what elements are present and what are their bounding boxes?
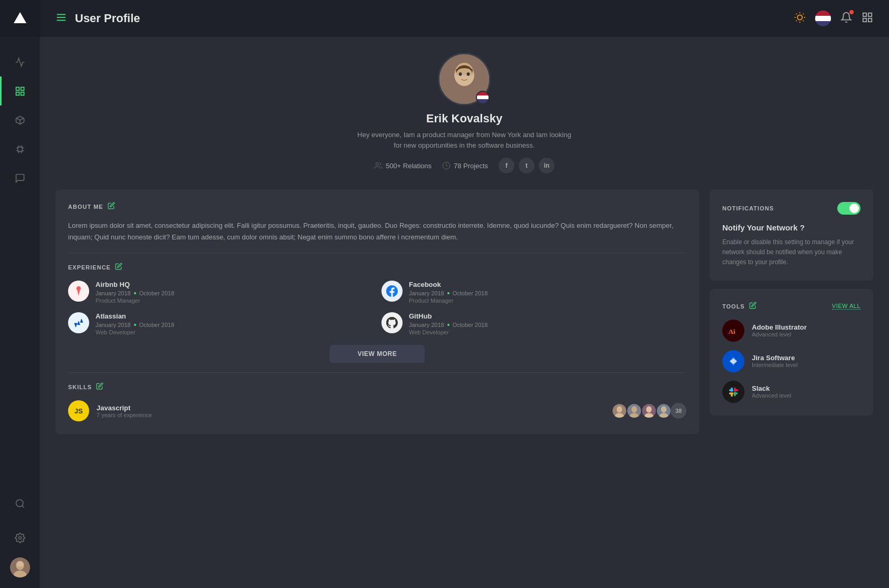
notifications-toggle[interactable] (837, 202, 861, 215)
atlassian-logo (68, 312, 89, 333)
language-flag-icon[interactable] (815, 11, 831, 26)
jira-logo (722, 350, 744, 372)
facebook-dates: January 2018 October 2018 (409, 290, 487, 296)
exp-item-atlassian: Atlassian January 2018 October 2018 Web … (68, 312, 373, 335)
facebook-details: Facebook January 2018 October 2018 Produ… (409, 281, 487, 304)
tools-view-all[interactable]: VIEW ALL (832, 303, 861, 310)
view-more-button[interactable]: VIEW MORE (330, 345, 425, 363)
right-column: NOTIFICATIONS Notify Your Network ? Enab… (710, 189, 873, 416)
profile-avatar-wrap (438, 53, 491, 105)
svg-point-41 (632, 407, 637, 413)
js-logo: JS (68, 400, 89, 421)
endorser-2 (626, 403, 642, 419)
about-me-card: ABOUT ME Lorem ipsum dolor sit amet, con… (55, 189, 699, 434)
slack-logo (722, 381, 744, 403)
facebook-link[interactable]: f (499, 158, 514, 173)
linkedin-link[interactable]: in (539, 158, 555, 173)
cards-layout: ABOUT ME Lorem ipsum dolor sit amet, con… (55, 189, 873, 434)
about-text: Lorem ipsum dolor sit amet, consectetur … (68, 220, 686, 243)
profile-header: Erik Kovalsky Hey everyone, Iam a produc… (55, 53, 873, 173)
tools-title: TOOLS (722, 303, 745, 310)
app-logo[interactable] (0, 0, 40, 37)
atlassian-details: Atlassian January 2018 October 2018 Web … (95, 312, 174, 335)
slack-level: Advanced level (752, 392, 791, 399)
tool-item-jira: Jira Software Intermediate level (722, 350, 861, 372)
skills-edit-icon[interactable] (96, 382, 103, 392)
sidebar (0, 0, 40, 588)
content-area: Erik Kovalsky Hey everyone, Iam a produc… (40, 37, 889, 588)
svg-point-34 (467, 72, 470, 76)
endorser-4 (656, 403, 672, 419)
atlassian-dates: January 2018 October 2018 (95, 322, 174, 328)
sidebar-item-cube[interactable] (0, 105, 40, 134)
svg-marker-0 (14, 12, 26, 23)
airbnb-details: Airbnb HQ January 2018 October 2018 Prod… (95, 281, 174, 304)
experience-title: EXPERIENCE (68, 264, 111, 271)
github-role: Web Developer (409, 329, 487, 335)
svg-line-20 (796, 14, 797, 14)
notif-card-header: NOTIFICATIONS (722, 202, 861, 215)
page-title: User Profile (75, 12, 794, 25)
svg-point-33 (459, 72, 462, 76)
tools-edit-icon[interactable] (749, 302, 757, 311)
tool-item-slack: Slack Advanced level (722, 381, 861, 403)
svg-text:Ai: Ai (729, 327, 735, 335)
svg-rect-60 (734, 389, 738, 391)
svg-point-7 (16, 499, 23, 506)
svg-point-44 (646, 407, 652, 413)
sidebar-item-chat[interactable] (0, 163, 40, 192)
svg-point-17 (797, 15, 802, 20)
exp-item-airbnb: Airbnb HQ January 2018 October 2018 Prod… (68, 281, 373, 304)
tools-card: TOOLS VIEW ALL (710, 289, 873, 416)
svg-line-24 (796, 21, 797, 21)
profile-stats: 500+ Relations 78 Projects f t in (55, 158, 873, 173)
airbnb-dates: January 2018 October 2018 (95, 290, 174, 296)
about-title: ABOUT ME (68, 204, 103, 210)
experience-edit-icon[interactable] (115, 263, 122, 272)
relations-count: 500+ Relations (386, 162, 432, 170)
svg-line-25 (803, 14, 804, 14)
facebook-name: Facebook (409, 281, 487, 288)
divider-1 (68, 253, 686, 253)
sidebar-nav (0, 37, 40, 489)
github-logo (381, 312, 403, 333)
notification-bell-icon[interactable] (840, 12, 852, 25)
skill-item-js: JS Javascript 7 years of experience (68, 400, 686, 421)
skills-header: SKILLS (68, 382, 686, 392)
notifications-title: NOTIFICATIONS (722, 205, 774, 211)
atlassian-role: Web Developer (95, 329, 174, 335)
main-area: User Profile (40, 0, 889, 588)
sidebar-item-dashboard[interactable] (0, 76, 40, 105)
svg-rect-1 (16, 87, 19, 90)
sidebar-item-activity[interactable] (0, 47, 40, 76)
about-edit-icon[interactable] (108, 202, 115, 211)
skills-title: SKILLS (68, 384, 92, 390)
projects-stat: 78 Projects (442, 161, 488, 170)
sidebar-item-cpu[interactable] (0, 134, 40, 163)
svg-rect-4 (21, 92, 24, 95)
theme-toggle-icon[interactable] (794, 12, 806, 25)
profile-country-flag (476, 91, 490, 104)
sidebar-item-search[interactable] (0, 489, 40, 518)
header-actions (794, 11, 873, 26)
endorser-3 (641, 403, 657, 419)
menu-icon[interactable] (55, 12, 67, 25)
jira-details: Jira Software Intermediate level (752, 354, 798, 368)
twitter-link[interactable]: t (519, 158, 534, 173)
svg-point-47 (661, 407, 666, 413)
tools-card-header: TOOLS VIEW ALL (722, 302, 861, 311)
sidebar-item-settings[interactable] (0, 523, 40, 552)
profile-bio: Hey everyone, Iam a product manager from… (353, 130, 575, 150)
endorser-count: 38 (671, 403, 686, 419)
user-avatar-sidebar[interactable] (10, 557, 30, 577)
github-dates: January 2018 October 2018 (409, 322, 487, 328)
header: User Profile (40, 0, 889, 37)
date-dot (134, 292, 136, 294)
illustrator-name: Adobe Illustrator (752, 323, 807, 331)
illustrator-logo: Ai (722, 320, 744, 342)
js-details: Javascript 7 years of experience (97, 404, 604, 418)
apps-grid-icon[interactable] (862, 12, 873, 25)
svg-point-38 (617, 407, 622, 413)
left-column: ABOUT ME Lorem ipsum dolor sit amet, con… (55, 189, 699, 434)
js-experience: 7 years of experience (97, 412, 604, 418)
